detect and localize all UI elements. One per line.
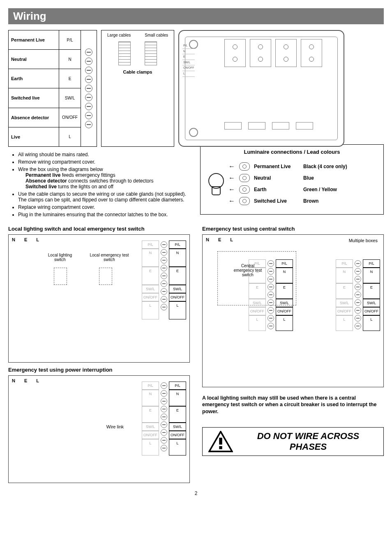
diagram-central-switch: NEL Multiple boxes Central emergency tes… xyxy=(202,234,384,387)
device-illustration: P/LNESW/LON/OFFL xyxy=(178,30,344,147)
page-number: 2 xyxy=(8,490,384,496)
cable-clamp-figure: Large cables Small cables Cable clamps xyxy=(101,30,174,147)
diagram-local-switch: NEL Local lighting switch Local emergenc… xyxy=(8,234,190,363)
section-central-title: Emergency test using central switch xyxy=(202,226,384,232)
list-item: Remove wiring compartment cover. xyxy=(18,159,192,165)
page-title: Wiring xyxy=(8,8,384,24)
terminal-definitions-table: Permanent LiveP/L NeutralN EarthE Switch… xyxy=(8,30,97,147)
svg-rect-2 xyxy=(219,446,222,449)
section-local-title: Local lighting switch and local emergenc… xyxy=(8,226,190,232)
warning-text: DO NOT WIRE ACROSS PHASES xyxy=(239,431,378,452)
clamp-large-icon xyxy=(118,42,131,65)
svg-rect-1 xyxy=(219,437,222,444)
clamp-small-icon xyxy=(145,42,157,65)
central-switch-note: A local lighting switch may still be use… xyxy=(202,395,384,415)
warning-triangle-icon xyxy=(208,431,233,452)
luminaire-title: Luminaire connections / Lead colours xyxy=(206,149,378,155)
bulb-icon xyxy=(206,171,224,196)
list-item: All wiring should be mains rated. xyxy=(18,152,192,157)
luminaire-connections-box: Luminaire connections / Lead colours ←Pe… xyxy=(200,144,384,215)
section-interruption-title: Emergency test using power interruption xyxy=(8,367,190,373)
instruction-list: All wiring should be mains rated. Remove… xyxy=(8,152,192,217)
warning-box: DO NOT WIRE ACROSS PHASES xyxy=(202,427,384,456)
list-item: Wire the box using the diagrams below Pe… xyxy=(18,166,192,190)
diagram-power-interruption: NEL Wire link P/L N E SW/L ON/OFF L P/L … xyxy=(8,375,190,483)
large-cables-label: Large cables xyxy=(107,33,131,37)
list-item: Use the cable clamps to secure the wirin… xyxy=(18,191,192,203)
cable-clamps-title: Cable clamps xyxy=(123,69,152,74)
small-cables-label: Small cables xyxy=(145,33,168,37)
list-item: Plug in the luminaires ensuring that the… xyxy=(18,212,192,217)
list-item: Replace wiring compartment cover. xyxy=(18,204,192,210)
